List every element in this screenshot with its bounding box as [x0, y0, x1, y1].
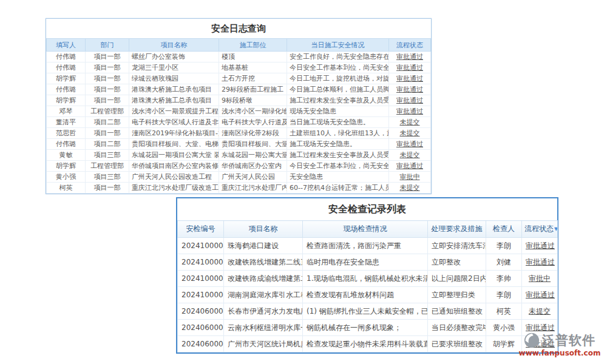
status-link[interactable]: 审批通过 — [522, 287, 558, 303]
writer-link[interactable]: 胡学辉 — [47, 95, 86, 106]
situation-cell: 施工过程未发生安全事故及人员受伤情况 — [287, 150, 389, 161]
inspector-link[interactable]: 胡学辉 — [486, 336, 522, 352]
inspector-link[interactable]: 刘健 — [486, 254, 522, 271]
table-row: 付伟璐项目一部港珠澳大桥施工总承包项目29标段桥面工程施工今日施工总体顺利，但施… — [47, 84, 431, 95]
project-link[interactable]: 改建铁路成渝线增建第二直... — [224, 271, 303, 287]
location-cell: 东城花园一期公寓大堂 — [219, 150, 287, 161]
status-link[interactable]: 未提交 — [389, 128, 431, 139]
filter-dropdown-icon[interactable]: ▼ — [554, 226, 558, 232]
situation-cell: 当日施工现场无安全隐患。 — [287, 117, 389, 128]
check-id-link[interactable]: 2024100001 — [178, 287, 224, 303]
inspector-link[interactable]: 李朗 — [486, 238, 522, 254]
check-id-link[interactable]: 2024060003 — [178, 320, 224, 336]
project-link[interactable]: 电子科技大学区域人行道及非机动车道工程 — [129, 117, 219, 128]
writer-link[interactable]: 胡学辉 — [47, 73, 86, 84]
measures-cell: 当日必须整改完毕 — [428, 320, 486, 336]
inspector-link[interactable]: 李帅 — [486, 271, 522, 287]
location-cell: 浅水湾小区一期绿化地 — [219, 106, 287, 117]
writer-link[interactable]: 付伟璐 — [47, 139, 86, 150]
inspector-link[interactable]: 柯英 — [486, 303, 522, 320]
table-row: 胡学辉工程管理部华侨城项目南区办公室内装修工程华侨城南区办公室内今日安全工作基本… — [47, 161, 431, 172]
check-id-link[interactable]: 2024100002 — [178, 271, 224, 287]
inspector-link[interactable]: 黄小强 — [486, 320, 522, 336]
status-link[interactable]: 未提交 — [389, 183, 431, 194]
table-row: 黄小强项目三部广州天河人民公园改造工程广州天河人民公园无安全隐患审批中 — [47, 172, 431, 183]
project-link[interactable]: 龙湖三千里小区 — [129, 62, 219, 73]
table-row: 付伟璐项目一部螺丝厂办公室装饰楼顶安全工作良好，尚无安全隐患存在审批通过 — [47, 52, 431, 62]
writer-link[interactable]: 董清平 — [47, 117, 86, 128]
measures-cell: 已要求班组整改 — [428, 336, 486, 352]
check-id-link[interactable]: 2024060002 — [178, 336, 224, 352]
dept-cell: 项目一部 — [86, 128, 129, 139]
safety-check-title: 安全检查记录列表 — [177, 198, 557, 220]
dept-cell: 项目三部 — [86, 172, 129, 183]
project-link[interactable]: 绿城云栖玫瑰园 — [129, 73, 219, 84]
col-header-situation: 当日施工安全情况 — [287, 39, 389, 52]
writer-link[interactable]: 付伟璐 — [47, 52, 86, 62]
col-header-status[interactable]: 流程状态▼ — [522, 221, 558, 238]
project-link[interactable]: 华侨城项目南区办公室内装修工程 — [129, 161, 219, 172]
safety-log-title: 安全日志查询 — [46, 19, 431, 38]
status-link[interactable]: 审批通过 — [522, 254, 558, 271]
status-link[interactable]: 审批通过 — [389, 62, 431, 73]
status-link[interactable]: 审批通过 — [522, 238, 558, 254]
status-link[interactable]: 审批通过 — [389, 161, 431, 172]
col-header-dept: 部门 — [86, 39, 129, 52]
dept-cell: 项目一部 — [86, 84, 129, 95]
table-row: 2024060003云南水利枢纽潜明水库一期...钢筋机械存在一闸多机现象；当日… — [178, 320, 558, 336]
project-link[interactable]: 浅水湾小区一期景观提升工程施工 — [129, 106, 219, 117]
writer-link[interactable]: 邓琴 — [47, 106, 86, 117]
status-link[interactable]: 审批通过 — [389, 84, 431, 95]
project-link[interactable]: 东城花园一期项目公寓大堂 装饰工程 — [129, 150, 219, 161]
project-link[interactable]: 长春市伊通河水力发电厂改... — [224, 303, 303, 320]
writer-link[interactable]: 付伟璐 — [47, 62, 86, 73]
project-link[interactable]: 改建铁路线增建第二线直通... — [224, 254, 303, 271]
inspector-link[interactable]: 李朗 — [486, 287, 522, 303]
status-link[interactable]: 审批中 — [389, 172, 431, 183]
status-link[interactable]: 审批通过 — [389, 52, 431, 62]
status-link[interactable]: 未提交 — [389, 117, 431, 128]
col-header-project: 项目名称 — [129, 39, 219, 52]
project-link[interactable]: 湖南洞庭湖水库引水工程施... — [224, 287, 303, 303]
dept-cell: 项目二部 — [86, 139, 129, 150]
location-cell: 29标段桥面工程施工 — [219, 84, 287, 95]
col-header-measures: 处理要求及措施 — [428, 221, 486, 238]
check-id-link[interactable]: 2024060004 — [178, 303, 224, 320]
project-link[interactable]: 贵阳项目样板间、大堂、电梯厅装修工程 — [129, 139, 219, 150]
safety-log-table: 填写人部门项目名称施工部位当日施工安全情况流程状态 付伟璐项目一部螺丝厂办公室装… — [46, 38, 431, 194]
writer-link[interactable]: 范思哲 — [47, 128, 86, 139]
table-row: 黄敏项目三部东城花园一期项目公寓大堂 装饰工程东城花园一期公寓大堂施工过程未发生… — [47, 150, 431, 161]
situation-cell: 今日施工总体顺利，但施工人员脚面烫伤 — [287, 84, 389, 95]
check-id-link[interactable]: 2024100004 — [178, 238, 224, 254]
dept-cell: 工程管理部 — [86, 161, 129, 172]
project-link[interactable]: 珠海鹤港口建设 — [224, 238, 303, 254]
writer-link[interactable]: 胡学辉 — [47, 161, 86, 172]
project-link[interactable]: 重庆江北污水处理厂级改造工程-道路修复 — [129, 183, 219, 194]
project-link[interactable]: 港珠澳大桥施工总承包项目 — [129, 95, 219, 106]
col-header-name: 填写人 — [47, 39, 86, 52]
project-link[interactable]: 云南水利枢纽潜明水库一期... — [224, 320, 303, 336]
project-link[interactable]: 广州天河人民公园改造工程 — [129, 172, 219, 183]
project-link[interactable]: 港珠澳大桥施工总承包项目 — [129, 84, 219, 95]
project-link[interactable]: 螺丝厂办公室装饰 — [129, 52, 219, 62]
location-cell: 电子科技大学人行道及非... — [219, 117, 287, 128]
project-link[interactable]: 广州市天河区统计局机房改... — [224, 336, 303, 352]
writer-link[interactable]: 黄小强 — [47, 172, 86, 183]
status-link[interactable]: 审批中 — [522, 271, 558, 287]
status-link[interactable]: 审批通过 — [389, 73, 431, 84]
location-cell: 土石方开挖 — [219, 73, 287, 84]
status-link[interactable]: 未提交 — [389, 150, 431, 161]
measures-cell: 立即安排清洗车清洗 — [428, 238, 486, 254]
project-link[interactable]: 潼南区2019年绿化补贴项目-施工2标段 — [129, 128, 219, 139]
status-link[interactable]: 审批通过 — [389, 95, 431, 106]
dept-cell: 工程管理部 — [86, 106, 129, 117]
status-link[interactable]: 审批通过 — [389, 106, 431, 117]
status-link[interactable]: 未提交 — [522, 303, 558, 320]
status-link[interactable]: 审批通过 — [389, 139, 431, 150]
safety-check-table: 安检编号项目名称现场检查情况处理要求及措施检查人流程状态▼ 2024100004… — [177, 220, 558, 352]
dept-cell: 项目一部 — [86, 52, 129, 62]
writer-link[interactable]: 黄敏 — [47, 150, 86, 161]
writer-link[interactable]: 柯英 — [47, 183, 86, 194]
writer-link[interactable]: 付伟璐 — [47, 84, 86, 95]
check-id-link[interactable]: 2024100003 — [178, 254, 224, 271]
